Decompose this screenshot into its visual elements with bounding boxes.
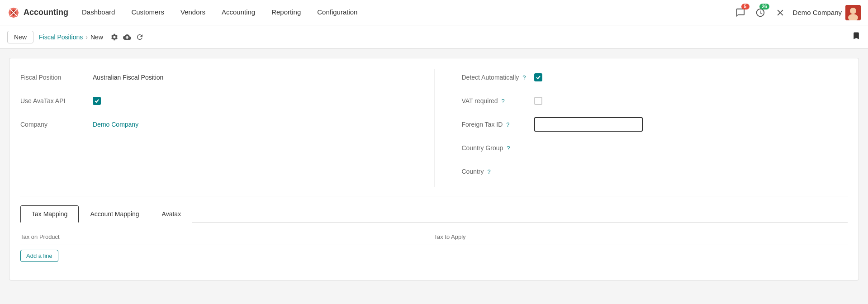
form-divider: [20, 196, 848, 196]
form-card: Fiscal Position Australian Fiscal Positi…: [9, 58, 859, 280]
country-group-row: Country Group ?: [462, 140, 848, 156]
detect-auto-checkbox[interactable]: [534, 73, 542, 81]
col-tax-on-product: Tax on Product: [20, 233, 434, 240]
refresh-icon-button[interactable]: [136, 33, 144, 41]
form-right: Detect Automatically ? VAT required: [434, 69, 848, 187]
messages-badge: 5: [741, 4, 749, 10]
foreign-tax-label: Foreign Tax ID ?: [462, 121, 534, 128]
messages-button[interactable]: 5: [733, 5, 748, 20]
detect-auto-label: Detect Automatically ?: [462, 74, 534, 81]
foreign-tax-input[interactable]: [534, 117, 643, 132]
add-line-button[interactable]: Add a line: [20, 250, 58, 262]
main-content: Fiscal Position Australian Fiscal Positi…: [0, 49, 868, 290]
tab-account-mapping[interactable]: Account Mapping: [79, 205, 150, 223]
tax-table-header: Tax on Product Tax to Apply: [20, 230, 848, 244]
nav-item-dashboard[interactable]: Dashboard: [74, 0, 123, 25]
fiscal-position-label: Fiscal Position: [20, 74, 93, 81]
upload-icon-button[interactable]: [123, 33, 131, 41]
fiscal-position-row: Fiscal Position Australian Fiscal Positi…: [20, 69, 407, 86]
app-logo-icon: [7, 6, 20, 19]
checkmark-icon-2: [536, 75, 541, 80]
use-avatax-row: Use AvaTax API: [20, 93, 407, 109]
tab-avatax[interactable]: Avatax: [151, 205, 193, 223]
nav-item-vendors[interactable]: Vendors: [172, 0, 213, 25]
use-avatax-checkbox-container: [93, 97, 101, 105]
activity-button[interactable]: 26: [753, 5, 768, 20]
breadcrumb-parent-link[interactable]: Fiscal Positions: [39, 33, 83, 41]
top-nav: Accounting Dashboard Customers Vendors A…: [0, 0, 868, 25]
gear-icon: [110, 33, 119, 41]
nav-item-accounting[interactable]: Accounting: [213, 0, 263, 25]
foreign-tax-row: Foreign Tax ID ?: [462, 116, 848, 133]
breadcrumb-bar: New Fiscal Positions › New: [0, 25, 868, 49]
x-icon: [775, 8, 785, 18]
breadcrumb: Fiscal Positions › New: [39, 33, 103, 41]
tabs-container: Tax Mapping Account Mapping Avatax: [20, 205, 848, 223]
detect-auto-row: Detect Automatically ?: [462, 69, 848, 86]
upload-cloud-icon: [123, 33, 131, 41]
foreign-tax-help-icon[interactable]: ?: [506, 121, 509, 128]
nav-menu: Dashboard Customers Vendors Accounting R…: [74, 0, 733, 25]
detect-auto-checkbox-container: [534, 73, 542, 81]
tab-tax-mapping[interactable]: Tax Mapping: [20, 205, 79, 223]
form-left: Fiscal Position Australian Fiscal Positi…: [20, 69, 434, 187]
toolbar-icons: [110, 33, 144, 41]
svg-point-3: [850, 8, 856, 14]
company-row: Company Demo Company: [20, 116, 407, 133]
vat-required-row: VAT required ?: [462, 93, 848, 109]
company-label: Company: [20, 121, 93, 128]
country-group-label: Country Group ?: [462, 144, 534, 152]
use-avatax-checkbox[interactable]: [93, 97, 101, 105]
vat-required-checkbox-container: [534, 97, 542, 105]
nav-right: 5 26 Demo Company: [733, 5, 861, 20]
country-row: Country ?: [462, 163, 848, 180]
close-button[interactable]: [773, 5, 787, 20]
company-name: Demo Company: [793, 9, 842, 16]
settings-icon-button[interactable]: [110, 33, 119, 41]
country-help-icon[interactable]: ?: [487, 168, 490, 175]
country-label: Country ?: [462, 168, 534, 175]
breadcrumb-current: New: [90, 33, 103, 41]
country-group-help-icon[interactable]: ?: [507, 145, 510, 152]
breadcrumb-separator: ›: [85, 33, 88, 41]
bookmark-icon: [852, 31, 861, 40]
checkmark-icon: [94, 98, 100, 104]
tax-mapping-content: Tax on Product Tax to Apply Add a line: [20, 223, 848, 269]
detect-auto-help-icon[interactable]: ?: [522, 74, 526, 81]
activity-badge: 26: [759, 4, 769, 10]
avatar: [845, 5, 861, 20]
refresh-icon: [136, 33, 144, 41]
nav-item-customers[interactable]: Customers: [123, 0, 172, 25]
use-avatax-label: Use AvaTax API: [20, 97, 93, 104]
vat-required-checkbox[interactable]: [534, 97, 542, 105]
user-avatar-icon: [845, 5, 861, 20]
form-grid: Fiscal Position Australian Fiscal Positi…: [20, 69, 848, 187]
col-tax-to-apply: Tax to Apply: [434, 233, 848, 240]
nav-item-reporting[interactable]: Reporting: [263, 0, 309, 25]
fiscal-position-value: Australian Fiscal Position: [93, 74, 407, 81]
company-selector[interactable]: Demo Company: [793, 5, 861, 20]
vat-required-label: VAT required ?: [462, 97, 534, 104]
company-value[interactable]: Demo Company: [93, 121, 407, 128]
new-button[interactable]: New: [7, 31, 33, 43]
app-name: Accounting: [24, 8, 68, 17]
nav-item-configuration[interactable]: Configuration: [309, 0, 365, 25]
bookmark-button[interactable]: [852, 31, 861, 43]
nav-logo[interactable]: Accounting: [7, 6, 68, 19]
vat-required-help-icon[interactable]: ?: [502, 98, 505, 104]
